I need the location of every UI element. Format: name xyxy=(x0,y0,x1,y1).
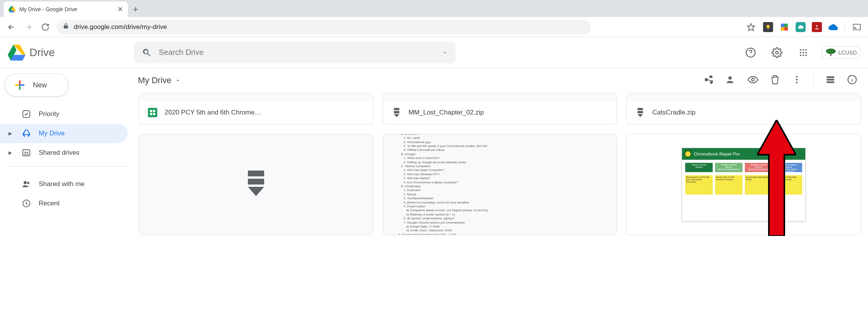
svg-point-32 xyxy=(24,181,27,184)
apps-grid-icon[interactable] xyxy=(796,45,811,60)
content-area: My Drive 2020 PCY 5th and xyxy=(132,68,868,328)
sheets-icon xyxy=(148,108,158,118)
svg-rect-57 xyxy=(248,171,264,176)
breadcrumb-dropdown-icon xyxy=(175,77,181,84)
svg-rect-7 xyxy=(784,24,788,27)
file-card[interactable]: Chromebook Repair Pro District-ownedDevi… xyxy=(626,134,861,235)
plus-icon xyxy=(13,78,27,92)
reload-button[interactable] xyxy=(40,21,51,33)
separator xyxy=(813,75,814,86)
search-input[interactable] xyxy=(159,48,435,57)
svg-rect-54 xyxy=(638,108,643,110)
svg-point-36 xyxy=(705,79,708,81)
zip-icon xyxy=(635,108,645,118)
file-name: MM_Lost_Chapter_02.zip xyxy=(409,109,484,116)
list-view-icon[interactable] xyxy=(825,75,835,86)
more-actions-icon[interactable] xyxy=(792,75,802,86)
tab-title: My Drive - Google Drive xyxy=(19,6,77,12)
svg-marker-53 xyxy=(394,114,399,117)
svg-point-38 xyxy=(729,76,732,80)
omnibox[interactable]: drive.google.com/drive/my-drive xyxy=(57,20,591,34)
settings-gear-icon[interactable] xyxy=(769,45,785,60)
svg-point-18 xyxy=(800,55,801,56)
new-button-label: New xyxy=(33,81,47,89)
svg-rect-22 xyxy=(830,53,831,56)
extension-pdf-icon[interactable] xyxy=(812,22,822,32)
svg-rect-45 xyxy=(827,81,834,83)
forward-button[interactable] xyxy=(22,21,34,33)
close-tab-icon[interactable]: ✕ xyxy=(117,5,123,14)
file-card[interactable]: I. Introduction [12:45 - 1:00] A. Who am… xyxy=(383,134,617,235)
share-person-icon[interactable] xyxy=(726,75,736,86)
share-icon[interactable] xyxy=(704,75,714,86)
file-thumbnail: I. Introduction [12:45 - 1:00] A. Who am… xyxy=(383,134,617,235)
browser-toolbar: drive.google.com/drive/my-drive xyxy=(0,17,868,37)
svg-rect-52 xyxy=(394,111,399,113)
svg-rect-28 xyxy=(23,111,30,118)
svg-point-13 xyxy=(803,49,804,51)
help-icon[interactable] xyxy=(743,45,758,60)
svg-point-16 xyxy=(803,52,804,53)
svg-point-15 xyxy=(800,52,801,53)
file-thumbnail xyxy=(139,134,373,235)
bookmark-star-icon[interactable] xyxy=(745,21,757,33)
file-thumbnail xyxy=(383,93,617,101)
breadcrumb-label: My Drive xyxy=(138,75,172,85)
details-info-icon[interactable] xyxy=(847,75,857,86)
main-area: New Priority ▶ My Drive ▶ Shared drives xyxy=(0,68,868,328)
extension-cloud-icon[interactable] xyxy=(796,22,806,32)
new-button[interactable]: New xyxy=(5,73,69,97)
sidebar-item-shared-with-me[interactable]: Shared with me xyxy=(0,174,128,194)
svg-rect-29 xyxy=(23,150,30,156)
search-icon xyxy=(142,48,152,58)
sidebar-item-shared-drives[interactable]: ▶ Shared drives xyxy=(0,143,128,162)
file-card[interactable]: CatsCradle.zip xyxy=(626,93,861,125)
shared-drives-icon xyxy=(22,148,31,157)
svg-point-30 xyxy=(24,152,26,153)
drive-logo[interactable]: Drive xyxy=(8,44,128,61)
priority-icon xyxy=(22,109,31,119)
svg-point-17 xyxy=(805,52,807,53)
svg-marker-59 xyxy=(248,187,264,196)
sidebar-label: Priority xyxy=(39,110,59,118)
cast-icon[interactable] xyxy=(851,21,863,33)
zip-icon xyxy=(392,108,402,118)
file-card[interactable]: 2020 PCY 5th and 6th Chrome… xyxy=(139,93,373,125)
content-toolbar: My Drive xyxy=(132,68,868,93)
breadcrumb[interactable]: My Drive xyxy=(138,75,181,85)
sidebar-item-recent[interactable]: Recent xyxy=(0,194,128,213)
sidebar-item-my-drive[interactable]: ▶ My Drive xyxy=(0,124,128,143)
preview-eye-icon[interactable] xyxy=(748,74,758,87)
svg-rect-8 xyxy=(781,27,784,31)
svg-point-20 xyxy=(805,55,807,56)
org-account-badge[interactable]: LCUSD xyxy=(822,46,860,59)
sidebar-item-priority[interactable]: Priority xyxy=(0,104,128,124)
svg-point-41 xyxy=(796,79,798,80)
extension-docs-icon[interactable] xyxy=(779,22,789,32)
file-card[interactable] xyxy=(139,134,373,235)
mydrive-icon xyxy=(22,129,31,138)
browser-tab[interactable]: My Drive - Google Drive ✕ xyxy=(4,2,128,17)
extension-onedrive-icon[interactable] xyxy=(828,22,838,32)
file-thumbnail: Chromebook Repair Pro District-ownedDevi… xyxy=(627,134,861,235)
sidebar: New Priority ▶ My Drive ▶ Shared drives xyxy=(0,68,132,328)
expand-chevron-icon[interactable]: ▶ xyxy=(9,131,14,136)
trash-icon[interactable] xyxy=(770,75,780,86)
zip-large-icon xyxy=(244,171,268,198)
search-dropdown-icon[interactable] xyxy=(442,50,448,55)
svg-point-14 xyxy=(805,49,807,51)
svg-point-40 xyxy=(796,76,798,77)
extension-keep-icon[interactable] xyxy=(763,22,773,32)
file-name: CatsCradle.zip xyxy=(652,109,696,116)
shared-with-me-icon xyxy=(22,179,31,189)
svg-rect-44 xyxy=(827,79,834,80)
file-card[interactable]: MM_Lost_Chapter_02.zip xyxy=(383,93,617,125)
search-bar[interactable] xyxy=(134,42,455,63)
file-thumbnail xyxy=(627,93,861,101)
back-button[interactable] xyxy=(5,21,17,33)
drive-favicon xyxy=(9,6,15,13)
expand-chevron-icon[interactable]: ▶ xyxy=(9,150,14,155)
new-tab-button[interactable]: + xyxy=(128,2,143,17)
file-thumbnail xyxy=(139,93,373,101)
svg-point-37 xyxy=(710,81,713,84)
